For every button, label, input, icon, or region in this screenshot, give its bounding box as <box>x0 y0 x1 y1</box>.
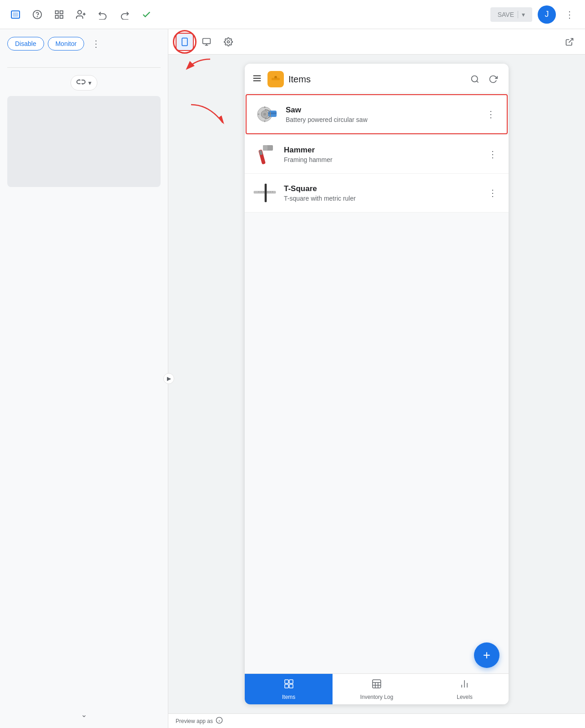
svg-point-29 <box>472 76 478 82</box>
bottom-nav: Items Inventory Log <box>245 673 509 704</box>
app-header-actions <box>467 71 501 87</box>
desktop-icon <box>202 37 211 46</box>
app-header-title: Items <box>288 74 467 85</box>
tsquare-item-title: T-Square <box>284 184 484 193</box>
tsquare-item-text: T-Square T-square with metric ruler <box>284 184 484 202</box>
svg-rect-49 <box>289 680 293 683</box>
disable-button[interactable]: Disable <box>7 37 44 51</box>
svg-rect-4 <box>55 10 58 13</box>
more-options-icon[interactable]: ⋮ <box>561 6 578 23</box>
inventory-nav-label: Inventory Log <box>360 694 393 700</box>
mobile-icon <box>180 37 189 46</box>
left-panel: Disable Monitor ⋮ ▾ ▶ <box>0 29 168 728</box>
svg-rect-6 <box>55 15 58 18</box>
list-item-tsquare[interactable]: T-Square T-square with metric ruler ⋮ <box>245 174 509 212</box>
fab-plus-icon: + <box>483 649 490 662</box>
saw-item-more-button[interactable]: ⋮ <box>483 107 499 121</box>
save-dropdown-arrow[interactable]: ▾ <box>518 11 525 18</box>
preview-label-text: Preview app as <box>176 718 213 724</box>
items-nav-label: Items <box>282 694 295 700</box>
chevron-down-icon[interactable]: ⌄ <box>81 710 87 719</box>
svg-rect-28 <box>275 76 277 77</box>
list-item-hammer[interactable]: Hammer Framing hammer ⋮ <box>245 135 509 174</box>
undo-icon-btn[interactable] <box>95 6 111 23</box>
app-header: Items <box>245 64 509 93</box>
left-panel-divider <box>7 67 161 68</box>
redo-icon-btn[interactable] <box>116 6 133 23</box>
tsquare-item-more-button[interactable]: ⋮ <box>484 186 501 200</box>
user-avatar[interactable]: J <box>538 5 556 24</box>
tsquare-item-subtitle: T-square with metric ruler <box>284 195 484 202</box>
app-refresh-button[interactable] <box>485 71 501 87</box>
check-icon <box>138 6 155 23</box>
grid-icon-btn[interactable] <box>51 6 67 23</box>
left-panel-buttons: Disable Monitor ⋮ <box>7 36 161 51</box>
avatar-letter: J <box>545 10 549 19</box>
svg-rect-48 <box>285 680 288 683</box>
svg-point-3 <box>37 16 38 17</box>
svg-line-30 <box>477 81 479 83</box>
hammer-icon <box>252 142 277 167</box>
items-nav-icon <box>283 678 294 692</box>
monitor-button[interactable]: Monitor <box>48 37 85 51</box>
svg-rect-7 <box>60 15 63 18</box>
saw-item-title: Saw <box>286 106 483 115</box>
link-dropdown[interactable]: ▾ <box>71 75 97 91</box>
app-search-button[interactable] <box>467 71 483 87</box>
mobile-view-button[interactable] <box>176 33 194 51</box>
tsquare-icon <box>252 180 277 206</box>
svg-rect-35 <box>268 112 277 114</box>
settings-icon <box>224 37 233 46</box>
preview-info-icon[interactable] <box>216 717 223 725</box>
items-list: Saw Battery powered circular saw ⋮ <box>245 93 509 673</box>
settings-view-button[interactable] <box>219 33 237 51</box>
arrow-annotation-2 <box>187 100 232 136</box>
list-item-saw[interactable]: Saw Battery powered circular saw ⋮ <box>246 94 508 134</box>
levels-nav-label: Levels <box>457 694 473 700</box>
svg-rect-37 <box>263 145 267 151</box>
svg-rect-5 <box>60 10 63 13</box>
saw-item-text: Saw Battery powered circular saw <box>286 106 483 123</box>
bottom-nav-inventory[interactable]: Inventory Log <box>333 674 420 704</box>
link-dropdown-chevron[interactable]: ▾ <box>88 79 91 86</box>
svg-rect-52 <box>373 680 381 688</box>
svg-rect-50 <box>285 684 288 688</box>
right-panel: Items <box>168 29 585 728</box>
svg-rect-13 <box>182 38 187 46</box>
main-layout: Disable Monitor ⋮ ▾ ▶ <box>0 29 585 728</box>
bottom-nav-items[interactable]: Items <box>245 674 333 704</box>
collapse-panel-button[interactable]: ▶ <box>163 373 174 384</box>
hammer-item-subtitle: Framing hammer <box>284 156 484 163</box>
saw-icon <box>254 101 279 127</box>
hammer-item-title: Hammer <box>284 146 484 155</box>
secondary-toolbar <box>168 29 585 55</box>
hammer-item-text: Hammer Framing hammer <box>284 146 484 163</box>
svg-point-8 <box>78 10 81 14</box>
inventory-nav-icon <box>371 678 382 692</box>
external-link-icon[interactable] <box>561 34 578 50</box>
save-button[interactable]: SAVE ▾ <box>490 7 532 22</box>
left-panel-canvas <box>7 96 161 187</box>
help-icon-btn[interactable] <box>29 6 45 23</box>
eye-icon-btn[interactable] <box>7 6 24 23</box>
svg-rect-15 <box>203 38 211 44</box>
svg-point-18 <box>227 40 230 43</box>
app-header-icon <box>267 71 284 87</box>
svg-rect-51 <box>289 684 293 688</box>
svg-point-33 <box>263 113 266 116</box>
desktop-view-button[interactable] <box>197 33 216 51</box>
top-toolbar: SAVE ▾ J ⋮ <box>0 0 585 29</box>
phone-preview-area: Items <box>168 55 585 713</box>
svg-rect-41 <box>265 184 267 202</box>
hammer-item-more-button[interactable]: ⋮ <box>484 147 501 162</box>
bottom-nav-levels[interactable]: Levels <box>421 674 509 704</box>
left-panel-more-icon[interactable]: ⋮ <box>88 36 104 51</box>
app-menu-icon[interactable] <box>252 73 262 86</box>
add-item-fab-button[interactable]: + <box>474 642 499 668</box>
mobile-app-frame: Items <box>245 64 509 704</box>
add-person-icon-btn[interactable] <box>73 6 89 23</box>
svg-line-19 <box>569 38 573 42</box>
preview-label-bar: Preview app as <box>168 713 585 728</box>
link-broken-icon <box>76 78 86 87</box>
levels-nav-icon <box>459 678 470 692</box>
